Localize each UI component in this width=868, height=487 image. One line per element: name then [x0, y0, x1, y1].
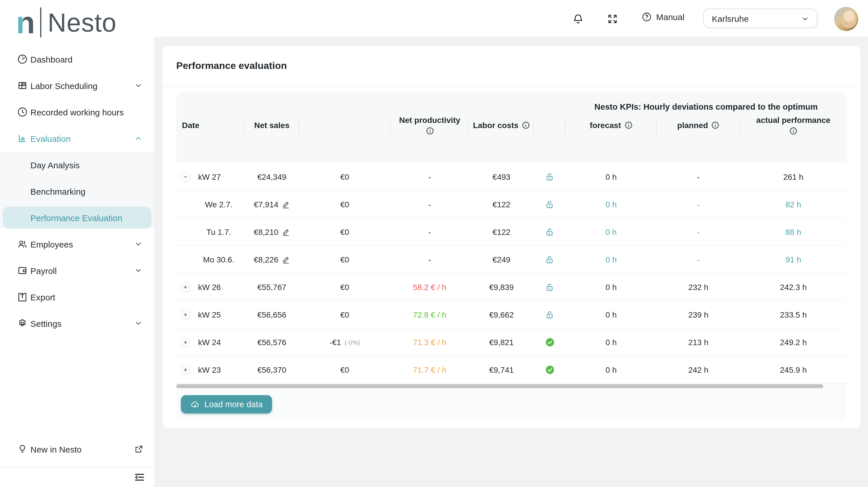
- planned-value: -: [697, 172, 700, 181]
- load-more-button[interactable]: Load more data: [181, 395, 272, 414]
- sidebar-item-recorded-working-hours[interactable]: Recorded working hours: [0, 99, 154, 125]
- cell-planned: 239 h: [657, 301, 740, 328]
- info-icon[interactable]: [712, 121, 720, 129]
- lock-open-icon[interactable]: [545, 200, 554, 209]
- chevron-down-icon: [134, 240, 143, 249]
- cell-actual-performance: 245.9 h: [740, 356, 847, 383]
- sales-delta-value: €0: [340, 227, 349, 236]
- table-footer: Load more data: [176, 384, 847, 420]
- scrollbar-thumb[interactable]: [176, 384, 823, 388]
- new-in-nesto-label: New in Nesto: [30, 444, 82, 454]
- forecast-value[interactable]: 0 h: [606, 255, 617, 264]
- net-productivity-value: -: [428, 227, 431, 236]
- cell-forecast: 0 h: [565, 163, 657, 190]
- sidebar-item-settings[interactable]: Settings: [0, 310, 154, 337]
- location-select[interactable]: Karlsruhe: [703, 9, 817, 28]
- column-header-net-sales: Net sales: [245, 92, 299, 157]
- cell-date: Tu 1.7.: [176, 218, 245, 245]
- cell-status: [534, 329, 565, 356]
- cell-status: [534, 218, 565, 245]
- net-productivity-value: 72.8 € / h: [413, 310, 446, 319]
- info-icon[interactable]: [522, 121, 530, 129]
- lock-open-icon[interactable]: [545, 310, 554, 319]
- sidebar-item-benchmarking[interactable]: Benchmarking: [0, 178, 154, 205]
- forecast-value: 0 h: [606, 337, 617, 346]
- actual-performance-value: 245.9 h: [780, 365, 807, 374]
- info-icon[interactable]: [426, 127, 434, 135]
- expand-week-button[interactable]: +: [181, 282, 190, 292]
- cell-date: +kW 23: [176, 356, 245, 383]
- avatar[interactable]: [834, 7, 858, 31]
- cell-labor-costs: €9,839: [469, 273, 534, 300]
- info-icon[interactable]: [624, 121, 632, 129]
- main-content: Performance evaluation Nesto KPIs: Hourl…: [155, 37, 868, 487]
- edit-net-sales-button[interactable]: [282, 228, 290, 236]
- edit-net-sales-button[interactable]: [282, 200, 290, 208]
- lock-open-icon[interactable]: [545, 255, 554, 264]
- lock-open-icon[interactable]: [545, 282, 554, 292]
- info-icon[interactable]: [789, 127, 797, 135]
- table-row-mo-30-6-: Mo 30.6.€8,226€0-€2490 h-91 h: [176, 246, 847, 273]
- cell-forecast: 0 h: [565, 191, 657, 218]
- horizontal-scrollbar[interactable]: [176, 384, 847, 389]
- forecast-value[interactable]: 0 h: [606, 200, 617, 209]
- cell-net-productivity: 58.2 € / h: [391, 273, 469, 300]
- export-icon: [17, 291, 28, 303]
- nesto-logo[interactable]: n Nesto: [16, 5, 117, 40]
- actual-performance-value[interactable]: 88 h: [786, 227, 801, 236]
- planned-value[interactable]: -: [697, 200, 700, 209]
- sidebar-subitem-label: Day Analysis: [30, 160, 80, 170]
- forecast-value[interactable]: 0 h: [606, 227, 617, 236]
- fullscreen-button[interactable]: [606, 12, 619, 25]
- notifications-button[interactable]: [572, 12, 584, 25]
- pencil-icon: [282, 255, 290, 263]
- sidebar-item-labor-scheduling[interactable]: Labor Scheduling: [0, 72, 154, 99]
- cell-planned: 232 h: [657, 273, 740, 300]
- sidebar-item-export[interactable]: Export: [0, 284, 154, 310]
- date-label: Tu 1.7.: [193, 227, 245, 236]
- sales-delta-value: -€1: [330, 337, 341, 346]
- sidebar-item-payroll[interactable]: Payroll: [0, 257, 154, 284]
- cell-planned: 242 h: [657, 356, 740, 383]
- sidebar-item-day-analysis[interactable]: Day Analysis: [0, 152, 154, 178]
- planned-value[interactable]: -: [697, 255, 700, 264]
- edit-net-sales-button[interactable]: [282, 255, 290, 263]
- net-sales-value: €55,767: [257, 282, 286, 292]
- load-more-label: Load more data: [205, 400, 262, 409]
- planned-value[interactable]: -: [697, 227, 700, 236]
- sidebar-item-label: Labor Scheduling: [30, 81, 98, 90]
- collapse-sidebar-button[interactable]: [133, 470, 146, 484]
- cell-status: [534, 301, 565, 328]
- labor-costs-value: €9,839: [489, 282, 514, 292]
- date-label: Mo 30.6.: [193, 255, 245, 264]
- sidebar-item-employees[interactable]: Employees: [0, 231, 154, 257]
- labor-costs-value: €9,662: [489, 310, 514, 319]
- expand-week-button[interactable]: +: [181, 337, 190, 346]
- expand-week-button[interactable]: +: [181, 365, 190, 374]
- date-label: kW 24: [198, 337, 221, 346]
- collapse-week-button[interactable]: −: [181, 172, 190, 181]
- cell-forecast: 0 h: [565, 218, 657, 245]
- labor-costs-value: €9,741: [489, 365, 514, 374]
- sidebar-item-dashboard[interactable]: Dashboard: [0, 46, 154, 72]
- cell-actual-performance: 242.3 h: [740, 273, 847, 300]
- cell-net-sales: €8,226: [245, 246, 299, 273]
- sidebar-item-label: Settings: [30, 318, 61, 328]
- expand-week-button[interactable]: +: [181, 310, 190, 319]
- sidebar-item-performance-evaluation[interactable]: Performance Evaluation: [3, 207, 152, 229]
- column-header-date: Date: [176, 92, 245, 157]
- cell-actual-performance: 82 h: [740, 191, 847, 218]
- manual-button[interactable]: Manual: [641, 11, 684, 22]
- column-header-actual-performance: actual performance: [740, 92, 847, 157]
- actual-performance-value[interactable]: 91 h: [786, 255, 801, 264]
- planned-value: 213 h: [688, 337, 708, 346]
- sidebar-item-evaluation[interactable]: Evaluation: [0, 125, 154, 152]
- sidebar-item-new-in-nesto[interactable]: New in Nesto: [0, 436, 154, 462]
- manual-label: Manual: [656, 12, 684, 22]
- actual-performance-value[interactable]: 82 h: [786, 200, 801, 209]
- lock-open-icon[interactable]: [545, 227, 554, 236]
- check-circle-icon: [545, 337, 554, 346]
- lock-open-icon[interactable]: [545, 172, 554, 181]
- sidebar-item-label: Recorded working hours: [30, 107, 124, 117]
- cell-actual-performance: 261 h: [740, 163, 847, 190]
